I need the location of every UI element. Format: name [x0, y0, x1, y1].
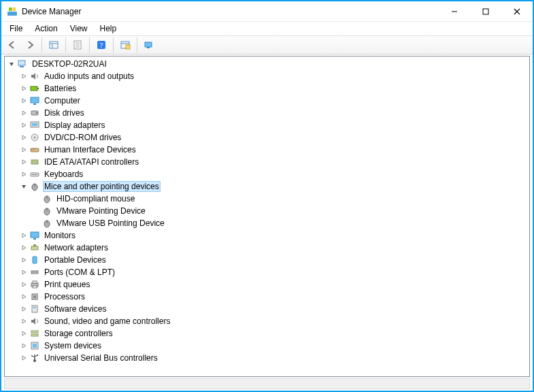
tree-cat-ports[interactable]: Ports (COM & LPT) — [5, 266, 529, 278]
chevron-right-icon[interactable] — [18, 132, 29, 143]
software-icon — [29, 304, 40, 314]
chevron-right-icon[interactable] — [18, 120, 29, 131]
cat-label: Storage controllers — [43, 329, 114, 338]
chevron-right-icon[interactable] — [18, 267, 29, 278]
svg-text:?: ? — [100, 41, 103, 49]
chevron-right-icon[interactable] — [18, 144, 29, 155]
tree-cat-display[interactable]: Display adapters — [5, 119, 529, 131]
svg-rect-20 — [147, 47, 150, 48]
tree-cat-batteries[interactable]: Batteries — [5, 82, 529, 95]
chevron-right-icon[interactable] — [18, 157, 29, 167]
svg-rect-51 — [33, 238, 36, 240]
svg-rect-67 — [31, 334, 38, 336]
system-icon — [29, 340, 40, 351]
tree-cat-usb[interactable]: Universal Serial Bus controllers — [5, 352, 529, 364]
tree-cat-software[interactable]: Software devices — [5, 303, 529, 315]
cat-label: System devices — [43, 341, 103, 350]
chevron-right-icon[interactable] — [18, 340, 29, 351]
menu-help[interactable]: Help — [95, 23, 122, 34]
chevron-right-icon[interactable] — [18, 71, 29, 82]
chevron-right-icon[interactable] — [18, 169, 29, 180]
close-button[interactable] — [501, 1, 533, 22]
device-tree-panel: DESKTOP-02R2UAI Audio inputs and outputs… — [4, 56, 530, 377]
tree-cat-ide[interactable]: IDE ATA/ATAPI controllers — [5, 156, 529, 168]
svg-rect-69 — [33, 344, 37, 348]
svg-rect-4 — [483, 9, 488, 14]
tree-root[interactable]: DESKTOP-02R2UAI — [5, 58, 529, 70]
cat-label: IDE ATA/ATAPI controllers — [43, 157, 140, 167]
menu-view[interactable]: View — [65, 23, 93, 34]
minimize-button[interactable] — [439, 1, 470, 22]
chevron-right-icon[interactable] — [18, 291, 29, 302]
tree-cat-sound[interactable]: Sound, video and game controllers — [5, 315, 529, 327]
svg-rect-54 — [33, 257, 37, 263]
tree-cat-keyboards[interactable]: Keyboards — [5, 168, 529, 180]
tree-cat-print[interactable]: Print queues — [5, 278, 529, 291]
statusbar — [4, 378, 530, 389]
tree-cat-computer[interactable]: Computer — [5, 95, 529, 107]
chevron-right-icon[interactable] — [18, 255, 29, 265]
tree-cat-monitors[interactable]: Monitors — [5, 229, 529, 242]
monitor-icon — [29, 95, 40, 106]
tree-cat-storage[interactable]: Storage controllers — [5, 327, 529, 340]
cat-label: Ports (COM & LPT) — [43, 267, 116, 277]
cat-label: Network adapters — [43, 243, 110, 252]
chevron-right-icon[interactable] — [18, 230, 29, 241]
cat-label: Software devices — [43, 304, 107, 314]
tree-device-vmware-usb-pointing[interactable]: ·VMware USB Pointing Device — [5, 217, 529, 229]
root-label: DESKTOP-02R2UAI — [31, 59, 108, 69]
chevron-right-icon[interactable] — [18, 279, 29, 290]
tree-cat-hid[interactable]: Human Interface Devices — [5, 144, 529, 156]
svg-rect-63 — [33, 295, 36, 298]
device-label: VMware Pointing Device — [55, 206, 147, 216]
svg-rect-26 — [33, 103, 36, 105]
svg-rect-21 — [18, 61, 25, 65]
cat-label: Print queues — [43, 280, 91, 289]
chevron-right-icon[interactable] — [18, 328, 29, 339]
tree-cat-mice[interactable]: Mice and other pointing devices — [5, 180, 529, 193]
cat-label: Sound, video and game controllers — [43, 316, 171, 326]
toolbar: ? — [1, 35, 533, 54]
chevron-right-icon[interactable] — [18, 316, 29, 327]
chevron-right-icon[interactable] — [18, 108, 29, 118]
cat-label: Processors — [43, 292, 86, 301]
scan-hardware-button[interactable] — [117, 37, 133, 53]
show-hide-tree-button[interactable] — [46, 37, 62, 53]
svg-rect-0 — [7, 12, 17, 16]
mouse-icon — [41, 206, 52, 216]
tree-cat-audio[interactable]: Audio inputs and outputs — [5, 70, 529, 82]
usb-icon — [29, 353, 40, 363]
tree-cat-disk[interactable]: Disk drives — [5, 107, 529, 119]
tree-cat-processors[interactable]: Processors — [5, 291, 529, 303]
cat-label: Portable Devices — [43, 255, 107, 265]
tree-cat-dvd[interactable]: DVD/CD-ROM drives — [5, 131, 529, 144]
svg-rect-60 — [33, 281, 37, 283]
tree-device-vmware-pointing[interactable]: ·VMware Pointing Device — [5, 205, 529, 217]
chevron-right-icon[interactable] — [18, 242, 29, 253]
help-button[interactable]: ? — [93, 37, 110, 53]
chevron-down-icon[interactable] — [6, 59, 17, 69]
cat-label: Audio inputs and outputs — [43, 71, 135, 81]
properties-button[interactable] — [69, 37, 86, 53]
disk-icon — [29, 108, 40, 118]
tree-cat-portable[interactable]: Portable Devices — [5, 254, 529, 266]
mouse-icon — [41, 193, 52, 204]
svg-point-58 — [36, 272, 37, 273]
chevron-right-icon[interactable] — [18, 83, 29, 94]
chevron-right-icon[interactable] — [18, 95, 29, 106]
menu-file[interactable]: File — [4, 23, 28, 34]
back-button[interactable] — [4, 37, 20, 53]
tree-cat-system[interactable]: System devices — [5, 340, 529, 352]
tree-cat-network[interactable]: Network adapters — [5, 242, 529, 254]
chevron-down-icon[interactable] — [18, 181, 29, 192]
battery-icon — [29, 83, 40, 94]
menu-action[interactable]: Action — [29, 23, 63, 34]
forward-button[interactable] — [22, 37, 38, 53]
chevron-right-icon[interactable] — [18, 304, 29, 314]
maximize-button[interactable] — [470, 1, 501, 22]
add-legacy-button[interactable] — [141, 37, 157, 53]
chevron-right-icon[interactable] — [18, 353, 29, 363]
tree-device-hid-mouse[interactable]: ·HID-compliant mouse — [5, 193, 529, 205]
svg-rect-65 — [33, 307, 36, 308]
svg-point-32 — [34, 137, 36, 139]
